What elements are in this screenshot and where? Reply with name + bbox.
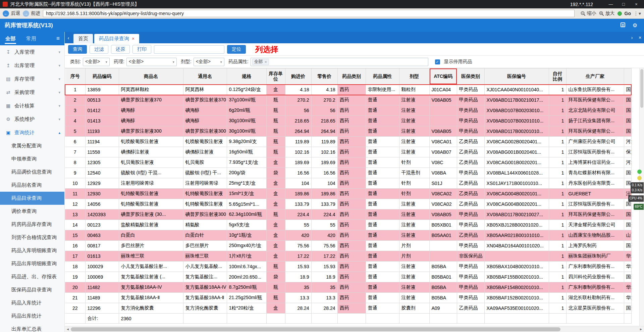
table-row[interactable]: 611194钆喷酸葡胺注射液钆喷酸葡胺注射液9.38g20ml/支瓶119.89… [65,137,631,147]
sidebar-tab-常用[interactable]: 常用 [21,32,42,45]
column-header-trade_name[interactable]: 商品名 [119,68,183,85]
sidebar-item-药品别名查询[interactable]: 药品别名查询 [0,179,64,192]
sidebar-section-采购管理[interactable]: ⇄采购管理▾ [0,86,64,99]
column-header-generic_name[interactable]: 通用名 [183,68,227,85]
property-tag[interactable]: 全部 × [252,59,269,65]
filter-button[interactable]: 过滤 [90,45,108,54]
sidebar-collapse-icon[interactable]: ‹ [65,32,72,43]
table-row[interactable]: 1012929注射用吲哚菁绿注射用吲哚菁绿25mg*1支/盒盒104104西药普… [65,178,631,189]
sidebar-item-药品入库明细账查询[interactable]: 药品入库明细账查询 [0,244,64,257]
horizontal-scrollbar-thumb[interactable] [71,327,560,331]
scroll-left-arrow-icon[interactable]: ◄ [65,327,71,331]
sidebar-item-药品进、出、存报表[interactable]: 药品进、出、存报表 [0,270,64,283]
pharmacology-select[interactable]: <全部>▾ [126,58,177,66]
sidebar-section-入库管理[interactable]: ↧入库管理▾ [0,45,64,59]
table-row[interactable]: 1600817多巴丝肼片多巴丝肼片250mgx40片/盒盒75.5675.56西… [65,241,631,251]
restore-button[interactable]: 还原 [111,45,130,54]
sidebar-section-会计核算[interactable]: ▦会计核算▾ [0,99,64,112]
sidebar-item-药品出库明细账查询[interactable]: 药品出库明细账查询 [0,257,64,270]
sidebar-item-药品调价信息查询[interactable]: 药品调价信息查询 [0,165,64,179]
table-row[interactable]: 2011482复方氨基酸18AA-IV复方氨基酸18AA-IV8.7g250ml… [65,282,631,293]
dosage-select[interactable]: <全部>▾ [194,58,224,66]
table-row[interactable]: 18100029小儿复方氨基酸注射...小儿复方氨基酸...100ml:6.74… [65,262,631,272]
gear-icon[interactable]: ⚙ [631,22,639,29]
export-icon[interactable] [619,22,627,29]
sidebar-item-药房药品库存查询[interactable]: 药房药品库存查询 [0,218,64,231]
url-bar[interactable]: http://192.168.5.131:8000/his-yk/app/#/q… [43,10,575,17]
table-row[interactable]: 912540硫酸钡 (II型) 干混...硫酸钡 (II型) 干...200g/… [65,168,631,178]
tab-nav-next-icon[interactable]: › [628,32,636,43]
column-header-extra[interactable] [624,68,631,85]
property-input[interactable]: 全部 × [251,58,428,66]
table-row[interactable]: 2111489复方氨基酸18AA-Ⅱ复方氨基酸18AA-Ⅱ21.25g250ml… [65,293,631,303]
column-header-code[interactable]: 药品编码 [85,68,119,85]
sidebar-item-出库单汇总表[interactable]: 出库单汇总表 [0,323,64,332]
query-button[interactable]: 查询 [68,45,87,54]
zoom-in-button[interactable]: 放大 [599,10,615,16]
print-button[interactable]: 打印 [132,45,151,54]
sidebar-item-药品入库统计[interactable]: 药品入库统计 [0,296,64,310]
column-header-spec[interactable]: 规格 [227,68,266,85]
scroll-right-arrow-icon[interactable]: ► [638,327,644,331]
table-row[interactable]: 1214056钆特酸葡胺注射液钆特酸葡胺注射液5.65g15ml*1...盒13… [65,199,631,209]
tab-nav-close-icon[interactable]: × [636,32,644,43]
browser-menu-icon[interactable]: ⋮▾ [634,11,641,16]
sidebar-section-系统维护[interactable]: ⚙系统维护▾ [0,112,64,126]
go-button[interactable]: Go [625,11,631,16]
sidebar-section-查询统计[interactable]: ▣查询统计▴ [0,126,64,139]
column-header-manufacturer[interactable]: 生产厂家 [566,68,624,85]
column-header-no[interactable]: 序号 [65,68,85,85]
table-row[interactable]: 200513碘普罗胺注射液370碘普罗胺注射液37037g100ml/瓶瓶270… [65,95,631,105]
locate-button[interactable]: 定位 [227,45,246,54]
locate-input[interactable] [154,45,224,54]
vertical-scrollbar-thumb[interactable] [640,69,643,108]
table-row[interactable]: 1500463白蛋白白蛋白针10g*1瓶/盒盒420420西药普通注射液B05A… [65,230,631,241]
table-row[interactable]: 19100069复方氨基酸注射液 (...复方氨基酸注...200ml:20.6… [65,272,631,282]
tab-close-icon[interactable]: × [132,36,135,41]
table-row[interactable]: 401413碘海醇碘海醇30g100ml/瓶瓶218.65218.65西药普通注… [65,116,631,126]
column-header-retail_price[interactable]: 零售价 [311,68,337,85]
sidebar-section-出库管理[interactable]: ↥出库管理▾ [0,59,64,72]
table-row[interactable]: 301412碘海醇碘海醇6g20ml/瓶瓶5656西药普通注射液甲类药品XV08… [65,105,631,116]
back-button[interactable]: ← 后退 [3,10,20,17]
column-header-purchase_price[interactable]: 购进价 [285,68,311,85]
show-disabled-checkbox[interactable]: ✓ [435,59,440,64]
tab-drug-catalog-query[interactable]: 药品目录查询 × [94,34,139,43]
sidebar-item-医保药品目录查询[interactable]: 医保药品目录查询 [0,283,64,296]
table-row[interactable]: 1112930钆特酸葡胺注射液钆特酸葡胺注射液15ml*1支/盒盒189.861… [65,189,631,199]
column-header-property[interactable]: 药品属性 [366,68,399,85]
column-header-unit[interactable]: 库存单位 [266,68,285,85]
table-row[interactable]: 131420393碘普罗胺注射液 (30...碘普罗胺注射液30062.34g1… [65,209,631,220]
horizontal-scrollbar[interactable]: ◄ ► [65,326,644,332]
table-row[interactable]: 113859阿莫西林颗粒阿莫西林0.125g*24袋/盒盒4.184.18西药非… [65,85,631,95]
sidebar-item-申领单查询[interactable]: 申领单查询 [0,152,64,165]
table-row[interactable]: 1701613丽珠维三联丽珠维三联1片x8片/盒盒17.2217.22西药普通片… [65,251,631,262]
sidebar-item-药品目录查询[interactable]: 药品目录查询 [0,192,64,205]
sidebar-item-药品出库统计[interactable]: 药品出库统计 [0,310,64,323]
tag-close-icon[interactable]: × [265,59,267,64]
sidebar-section-库存管理[interactable]: ▤库存管理▾ [0,72,64,86]
sidebar-item-到货不合格情况查询[interactable]: 到货不合格情况查询 [0,231,64,244]
forward-button[interactable]: → 前进 [23,10,40,17]
minimize-button[interactable]: — [606,2,616,7]
table-row[interactable]: 1400123盐酸精氨酸注射液精氨酸5gx5支/盒盒5555西药普通注射液B05… [65,220,631,230]
hamburger-menu-icon[interactable]: ≡ [56,35,64,42]
zoom-out-button[interactable]: 缩小 [581,10,596,16]
sidebar-item-隶属分配查询[interactable]: 隶属分配查询 [0,139,64,152]
table-row[interactable]: 711558碘佛醇注射液碘佛醇注射液16g50ml/瓶瓶102.16102.16… [65,147,631,157]
table-row[interactable]: 2212296复方消化酶胶囊复方消化酶胶囊1粒*20粒/盒盒28.2428.24… [65,303,631,314]
column-header-dosage_form[interactable]: 剂型 [399,68,429,85]
table-row[interactable]: 812305钆贝葡胺注射液钆贝葡胺7.935g*1支/盒盒189.69189.6… [65,157,631,168]
column-header-self_pay[interactable]: 自付比例 [549,68,566,85]
table-row[interactable]: 511193碘普罗胺注射液300碘普罗胺注射液30030g100ml/瓶瓶264… [65,126,631,137]
column-header-ins_code[interactable]: 医保编号 [484,68,549,85]
column-header-atc_code[interactable]: ATC编码 [429,68,457,85]
tab-home[interactable]: 首页 [73,34,93,43]
close-button[interactable]: × [631,2,641,7]
category-select[interactable]: <全部>▾ [83,58,110,66]
sidebar-item-调价单查询[interactable]: 调价单查询 [0,205,64,218]
sidebar-tab-全部[interactable]: 全部 [0,32,21,45]
maximize-button[interactable]: □ [619,2,629,7]
column-header-ins_class[interactable]: 医保类别 [457,68,484,85]
column-header-category[interactable]: 药品类别 [337,68,366,85]
